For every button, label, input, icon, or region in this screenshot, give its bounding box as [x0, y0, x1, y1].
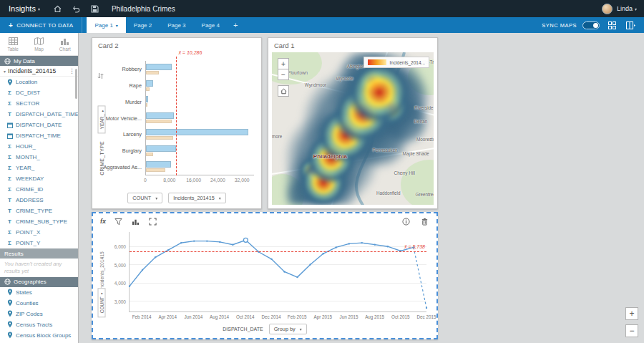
field-item-dc-dist[interactable]: ΣDC_DIST [0, 87, 78, 98]
data-point[interactable] [219, 241, 220, 243]
data-point[interactable] [155, 256, 156, 258]
bar-series-2015[interactable] [146, 153, 153, 156]
group-by-dropdown[interactable]: Group by ▾ [269, 324, 307, 334]
data-point[interactable] [296, 276, 298, 278]
field-item-point-y[interactable]: ΣPOINT_Y [0, 238, 78, 248]
map-card[interactable]: Card 1 + − Incidents_2014... FlourtownW [268, 37, 438, 209]
bar-row-burglary[interactable] [146, 142, 254, 159]
bar-row-aggravated-as[interactable] [146, 158, 254, 175]
data-point[interactable] [232, 243, 233, 245]
data-point[interactable] [142, 269, 143, 271]
highlighted-data-point[interactable] [243, 238, 248, 242]
chart-type-button[interactable] [130, 216, 140, 226]
line-plot-area[interactable]: x̄ = 5,738 [129, 232, 426, 312]
canvas-zoom-out-button[interactable]: − [625, 324, 638, 337]
count-dropdown[interactable]: COUNT ▾ [127, 193, 162, 203]
chart-button[interactable]: Chart [52, 33, 78, 55]
app-menu[interactable]: Insights ▾ [0, 0, 49, 17]
data-point[interactable] [335, 246, 336, 248]
tab-page-4[interactable]: Page 4 [194, 17, 228, 33]
bar-chart-card[interactable]: Card 2 YEAR_ ▸ CRIME_TYPE RobberyRapeMur… [92, 37, 262, 209]
bar-row-robbery[interactable] [146, 61, 254, 77]
bar-row-motor-vehicle[interactable] [146, 110, 254, 126]
bar-series-2015[interactable] [146, 120, 172, 123]
bar-series-2015[interactable] [146, 71, 159, 74]
field-item-crime-id[interactable]: ΣCRIME_ID [0, 184, 78, 195]
data-point[interactable] [283, 271, 285, 272]
home-button[interactable] [49, 0, 67, 17]
field-item-address[interactable]: TADDRESS [0, 195, 78, 206]
field-item-dispatch-time[interactable]: DISPATCH_TIME [0, 130, 78, 141]
save-button[interactable] [86, 0, 104, 17]
bar-chart[interactable]: YEAR_ ▸ CRIME_TYPE RobberyRapeMurderMoto… [97, 61, 254, 175]
bar-series-2015[interactable] [146, 103, 147, 107]
map-view[interactable]: + − Incidents_2014... FlourtownWyndmoorA… [272, 52, 434, 205]
geographies-header[interactable]: Geographies [0, 277, 78, 287]
bar-series-2014[interactable] [146, 129, 248, 135]
grid-view-button[interactable] [605, 19, 618, 31]
subgroup-field-chip[interactable]: YEAR_ ▸ [98, 106, 106, 134]
data-point[interactable] [361, 242, 363, 243]
field-item-year[interactable]: ΣYEAR_ [0, 163, 78, 173]
field-item-crime-type[interactable]: TCRIME_TYPE [0, 206, 78, 216]
add-page-button[interactable]: + [228, 17, 243, 33]
data-point[interactable] [322, 253, 323, 254]
my-data-header[interactable]: My Data [0, 56, 78, 66]
bar-series-2015[interactable] [146, 87, 150, 91]
bar-series-2014[interactable] [146, 145, 176, 152]
kebab-menu-icon[interactable]: ⋮ [69, 67, 74, 74]
field-item-crime-sub-type[interactable]: TCRIME_SUB_TYPE [0, 216, 78, 227]
map-zoom-out-button[interactable]: − [278, 69, 289, 80]
layout-view-button[interactable] [624, 19, 637, 31]
bar-series-2014[interactable] [146, 112, 174, 119]
expand-button[interactable] [147, 216, 157, 226]
results-header[interactable]: Results [0, 248, 78, 259]
geography-item-counties[interactable]: Counties [0, 298, 78, 309]
workbook-canvas[interactable]: Card 2 YEAR_ ▸ CRIME_TYPE RobberyRapeMur… [79, 33, 644, 343]
geography-item-zip-codes[interactable]: ZIP Codes [0, 309, 78, 319]
data-point[interactable] [206, 240, 208, 241]
table-button[interactable]: Table [0, 33, 26, 55]
sidebar-scrollbar[interactable] [75, 69, 77, 99]
data-point[interactable] [309, 264, 311, 265]
data-point[interactable] [374, 243, 376, 245]
delete-button[interactable] [419, 216, 429, 226]
field-item-location[interactable]: Location [0, 77, 78, 87]
bar-series-2014[interactable] [146, 161, 171, 168]
tab-page-1[interactable]: Page 1▾ [87, 17, 125, 33]
data-point[interactable] [180, 242, 182, 243]
bar-plot-area[interactable]: x̄ = 10,286 [145, 61, 254, 175]
data-point[interactable] [270, 259, 272, 260]
data-point[interactable] [129, 285, 130, 286]
connect-to-data-button[interactable]: + CONNECT TO DATA [0, 17, 82, 33]
field-item-dispatch-date[interactable]: DISPATCH_DATE [0, 120, 78, 130]
field-item-dispatch-date-time[interactable]: TDISPATCH_DATE_TIME [0, 109, 78, 120]
bar-series-2014[interactable] [146, 64, 172, 70]
map-zoom-in-button[interactable]: + [278, 58, 289, 69]
bar-series-2014[interactable] [146, 96, 148, 102]
bar-row-murder[interactable] [146, 93, 254, 110]
field-item-hour[interactable]: ΣHOUR_ [0, 141, 78, 152]
tab-page-3[interactable]: Page 3 [160, 17, 193, 33]
field-item-weekday[interactable]: ΣWEEKDAY [0, 173, 78, 184]
data-point[interactable] [426, 307, 427, 309]
map-button[interactable]: Map [26, 33, 52, 55]
dataset-dropdown[interactable]: Incidents_201415 ▾ [168, 193, 226, 203]
map-home-button[interactable] [278, 85, 289, 97]
field-item-month[interactable]: ΣMONTH_ [0, 152, 78, 163]
swap-axes-icon[interactable] [97, 72, 104, 79]
bar-series-2014[interactable] [146, 80, 153, 87]
bar-series-2015[interactable] [146, 168, 165, 172]
geography-item-states[interactable]: States [0, 287, 78, 298]
info-button[interactable] [401, 216, 411, 226]
bar-series-2015[interactable] [146, 136, 173, 140]
bar-row-larceny[interactable] [146, 126, 254, 142]
avatar[interactable] [602, 4, 613, 14]
user-menu[interactable]: Linda ▾ [617, 5, 637, 12]
tab-page-2[interactable]: Page 2 [126, 17, 160, 33]
dataset-item[interactable]: ▾ Incidents_201415 ⋮ [0, 66, 78, 77]
function-button[interactable]: fx [100, 218, 106, 225]
field-item-point-x[interactable]: ΣPOINT_X [0, 227, 78, 238]
map-legend[interactable]: Incidents_2014... [364, 57, 429, 68]
data-point[interactable] [348, 243, 350, 244]
